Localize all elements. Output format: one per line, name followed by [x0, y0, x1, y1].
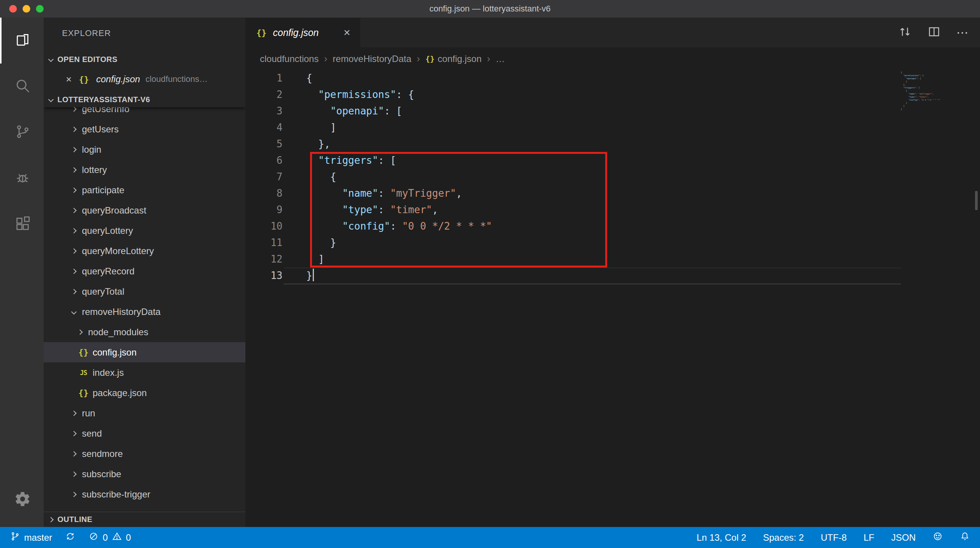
files-icon — [14, 31, 31, 50]
breadcrumb-item-removeHistoryData[interactable]: removeHistoryData — [333, 54, 411, 64]
overview-ruler-mark — [975, 191, 978, 210]
errors-icon — [88, 531, 99, 544]
close-tab-icon[interactable]: × — [343, 27, 350, 38]
notifications-bell-icon — [960, 531, 970, 544]
json-braces-icon: {} — [78, 75, 90, 84]
close-window-button[interactable] — [9, 5, 17, 13]
extensions-icon — [14, 215, 31, 233]
search-activity-button[interactable] — [0, 64, 44, 109]
tree-item-label: queryMoreLottery — [82, 246, 154, 256]
minimize-window-button[interactable] — [23, 5, 30, 13]
tree-item-queryTotal[interactable]: queryTotal — [44, 281, 245, 302]
tab-label: config.json — [273, 27, 343, 38]
chevron-right-icon — [71, 431, 77, 436]
tree-item-send[interactable]: send — [44, 423, 245, 444]
sync-button[interactable] — [65, 531, 75, 544]
line-number: 3 — [245, 103, 283, 119]
tree-item-removeHistoryData[interactable]: removeHistoryData — [44, 302, 245, 322]
explorer-activity-button[interactable] — [0, 18, 44, 64]
problems-indicator[interactable]: 0 0 — [88, 531, 131, 544]
chevron-right-icon — [48, 517, 54, 522]
notifications-button[interactable] — [960, 531, 970, 544]
json-braces-icon: {} — [77, 347, 90, 357]
tab-config-json[interactable]: {} config.json × — [245, 18, 360, 47]
json-braces-icon: {} — [255, 28, 268, 38]
line-number: 13 — [245, 267, 283, 284]
project-section-label: LOTTERYASSISTANT-V6 — [57, 95, 150, 104]
breadcrumb-item-cloudfunctions[interactable]: cloudfunctions — [260, 54, 318, 64]
tree-item-config.json[interactable]: {}config.json — [44, 342, 245, 362]
chevron-right-icon — [77, 329, 83, 334]
open-editors-header[interactable]: OPEN EDITORS — [44, 52, 245, 67]
breadcrumb-item-symbols[interactable]: … — [496, 54, 505, 64]
vscode-window: config.json — lotteryassistant-v6 — [0, 0, 980, 548]
open-changes-icon[interactable] — [898, 25, 912, 40]
split-editor-icon[interactable] — [927, 25, 941, 40]
line-number: 12 — [245, 251, 283, 267]
cursor-position-indicator[interactable]: Ln 13, Col 2 — [697, 532, 746, 543]
text-cursor — [313, 269, 314, 281]
chevron-right-icon — [71, 228, 77, 233]
explorer-sidebar: EXPLORER OPEN EDITORS × {} config.json c… — [44, 18, 245, 527]
chevron-down-icon — [48, 97, 54, 102]
debug-activity-button[interactable] — [0, 155, 44, 201]
extensions-activity-button[interactable] — [0, 201, 44, 247]
tree-item-sendmore[interactable]: sendmore — [44, 444, 245, 464]
tree-item-label: run — [82, 408, 95, 419]
settings-gear-button[interactable] — [0, 483, 44, 517]
more-actions-icon[interactable]: ⋯ — [956, 25, 969, 40]
chevron-right-icon — [71, 289, 77, 294]
code-editor[interactable]: 12345678910111213 { "permissions": { "op… — [245, 70, 980, 527]
tree-item-subscribe[interactable]: subscribe — [44, 464, 245, 484]
tree-item-subscribe-trigger[interactable]: subscribe-trigger — [44, 484, 245, 504]
tree-item-package.json[interactable]: {}package.json — [44, 383, 245, 403]
indentation-label: Spaces: 2 — [763, 532, 804, 543]
minimap[interactable]: { "permissions": { "openapi": [ ] }, "tr… — [901, 71, 966, 111]
project-section-header[interactable]: LOTTERYASSISTANT-V6 — [44, 92, 245, 107]
tree-item-participate[interactable]: participate — [44, 180, 245, 200]
encoding-indicator[interactable]: UTF-8 — [821, 532, 847, 543]
breadcrumb-item-config-json[interactable]: config.json — [438, 54, 482, 64]
window-title: config.json — lotteryassistant-v6 — [430, 4, 551, 14]
feedback-button[interactable] — [933, 531, 943, 544]
chevron-right-icon — [71, 107, 77, 112]
language-label: JSON — [891, 532, 916, 543]
open-editor-item-config-json[interactable]: × {} config.json cloudfunctions… — [44, 70, 245, 88]
git-branch-indicator[interactable]: master — [10, 531, 52, 544]
tree-item-label: queryTotal — [82, 286, 124, 297]
line-number: 2 — [245, 86, 283, 103]
chevron-right-icon — [71, 491, 77, 497]
language-mode-indicator[interactable]: JSON — [891, 532, 916, 543]
eol-indicator[interactable]: LF — [864, 532, 874, 543]
minimap-content: { "permissions": { "openapi": [ ] }, "tr… — [901, 71, 966, 111]
tree-item-queryLottery[interactable]: queryLottery — [44, 220, 245, 241]
source-control-activity-button[interactable] — [0, 109, 44, 155]
zoom-window-button[interactable] — [36, 5, 44, 13]
tree-item-queryBroadcast[interactable]: queryBroadcast — [44, 200, 245, 220]
tree-item-label: getUsers — [82, 124, 119, 135]
tree-item-label: send — [82, 428, 102, 439]
editor-group: {} config.json × ⋯ cloudfunction — [245, 18, 980, 527]
tree-item-index.js[interactable]: JSindex.js — [44, 362, 245, 383]
tree-item-login[interactable]: login — [44, 139, 245, 160]
tree-item-label: config.json — [93, 347, 137, 358]
outline-section-label: OUTLINE — [57, 515, 92, 524]
js-file-icon: JS — [77, 369, 90, 377]
tree-item-node_modules[interactable]: node_modules — [44, 322, 245, 342]
search-icon — [14, 77, 31, 96]
line-number: 5 — [245, 136, 283, 152]
chevron-right-icon — [71, 207, 77, 213]
chevron-right-icon — [71, 147, 77, 152]
outline-section-header[interactable]: OUTLINE — [44, 512, 245, 527]
tree-item-lottery[interactable]: lottery — [44, 160, 245, 180]
tree-item-run[interactable]: run — [44, 403, 245, 423]
tree-item-queryMoreLottery[interactable]: queryMoreLottery — [44, 241, 245, 261]
tree-item-label: queryRecord — [82, 266, 134, 277]
tree-item-label: login — [82, 144, 101, 155]
close-editor-icon[interactable]: × — [66, 74, 72, 84]
tree-item-getUsers[interactable]: getUsers — [44, 119, 245, 139]
indentation-indicator[interactable]: Spaces: 2 — [763, 532, 804, 543]
line-number: 7 — [245, 169, 283, 185]
tree-item-queryRecord[interactable]: queryRecord — [44, 261, 245, 281]
tree-item-getUserInfo[interactable]: getUserInfo — [44, 107, 245, 119]
